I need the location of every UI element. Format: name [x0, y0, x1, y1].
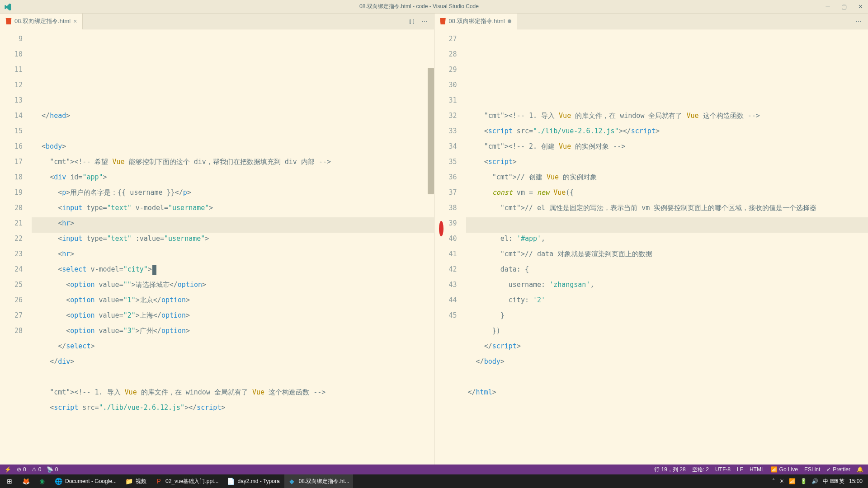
warnings-count[interactable]: ⚠ 0: [32, 466, 42, 473]
code-line[interactable]: "cmt">// 创建 Vue 的实例对象: [466, 169, 868, 185]
line-number: 45: [434, 308, 457, 323]
indentation[interactable]: 空格: 2: [692, 466, 709, 474]
errors-count[interactable]: ⊘ 0: [17, 466, 26, 473]
code-line[interactable]: [466, 369, 868, 385]
code-line[interactable]: [32, 123, 434, 139]
line-number: 28: [434, 47, 457, 62]
code-line[interactable]: const vm = new Vue({: [466, 185, 868, 200]
code-line[interactable]: <option value="2">上海</option>: [32, 308, 434, 323]
editor-pane-left[interactable]: 910111213141516171819202122232425262728 …: [0, 29, 434, 465]
taskbar-icon[interactable]: ◉: [34, 474, 50, 488]
tabs-row: 08.双向绑定指令.html × ⫿⫿ ⋯ 08.双向绑定指令.html ⋯: [0, 14, 868, 29]
line-number: 10: [0, 47, 23, 62]
tray-volume-icon[interactable]: 🔊: [811, 478, 818, 484]
code-line[interactable]: "cmt">// data 对象就是要渲染到页面上的数据: [466, 246, 868, 262]
line-number: 18: [0, 169, 23, 185]
tab-right-file[interactable]: 08.双向绑定指令.html: [434, 14, 517, 29]
code-line[interactable]: <body>: [32, 139, 434, 154]
tray-chevron-icon[interactable]: ˄: [772, 478, 775, 484]
code-line[interactable]: }: [466, 308, 868, 323]
maximize-button[interactable]: ▢: [840, 3, 848, 10]
line-number: 39: [434, 216, 457, 231]
code-line[interactable]: </div>: [32, 354, 434, 369]
line-number: 44: [434, 292, 457, 308]
line-number: 20: [0, 200, 23, 216]
tray-network-icon[interactable]: 📶: [789, 478, 796, 484]
editor-pane-right[interactable]: 27282930313233343536373839404142434445 "…: [434, 29, 868, 465]
close-icon[interactable]: ×: [73, 18, 77, 25]
code-line[interactable]: "cmt"><!-- 1. 导入 Vue 的库文件，在 window 全局就有了…: [466, 108, 868, 123]
code-line[interactable]: <hr>: [32, 246, 434, 262]
code-line[interactable]: </html>: [466, 385, 868, 400]
code-line[interactable]: [466, 216, 868, 231]
code-line[interactable]: "cmt"><!-- 希望 Vue 能够控制下面的这个 div，帮我们在把数据填…: [32, 154, 434, 169]
code-line[interactable]: <p>用户的名字是：{{ username }}</p>: [32, 185, 434, 200]
language-mode[interactable]: HTML: [750, 466, 764, 473]
line-number: 15: [0, 123, 23, 139]
tab-label: 08.双向绑定指令.html: [449, 17, 505, 25]
cursor-position[interactable]: 行 19，列 28: [654, 466, 685, 474]
taskbar-app-explorer[interactable]: 📁视频: [121, 474, 150, 488]
line-number: 19: [0, 185, 23, 200]
breakpoint-icon[interactable]: [439, 221, 443, 236]
close-button[interactable]: ✕: [856, 3, 864, 10]
text-cursor: [152, 265, 156, 275]
code-line[interactable]: username: 'zhangsan',: [466, 277, 868, 292]
ime-indicator[interactable]: 中 ⌨ 英: [823, 478, 844, 485]
code-area[interactable]: </head> <body> "cmt"><!-- 希望 Vue 能够控制下面的…: [32, 29, 434, 465]
code-line[interactable]: <option value="3">广州</option>: [32, 323, 434, 338]
code-line[interactable]: "cmt"><!-- 2. 创建 Vue 的实例对象 -->: [466, 139, 868, 154]
code-line[interactable]: <option value="1">北京</option>: [32, 292, 434, 308]
code-line[interactable]: <input type="text" :value="username">: [32, 231, 434, 246]
tray-battery-icon[interactable]: 🔋: [800, 478, 807, 484]
code-line[interactable]: </select>: [32, 338, 434, 354]
remote-indicator-icon[interactable]: ⚡: [5, 466, 11, 473]
line-number: 9: [0, 31, 23, 47]
line-number: 31: [434, 93, 457, 108]
tray-weather-icon[interactable]: ☀: [779, 478, 784, 484]
taskbar-app-powerpoint[interactable]: P02_vue基础入门.ppt...: [151, 474, 222, 488]
code-line[interactable]: <select v-model="city">: [32, 262, 434, 277]
code-line[interactable]: <input type="text" v-model="username">: [32, 200, 434, 216]
code-line[interactable]: }): [466, 323, 868, 338]
code-line[interactable]: data: {: [466, 262, 868, 277]
code-line[interactable]: "cmt"><!-- 1. 导入 Vue 的库文件，在 window 全局就有了…: [32, 385, 434, 400]
code-line[interactable]: <div id="app">: [32, 169, 434, 185]
line-number: 41: [434, 246, 457, 262]
html5-icon: [5, 18, 12, 24]
split-editor-icon[interactable]: ⫿⫿: [409, 18, 415, 25]
code-line[interactable]: <option value="">请选择城市</option>: [32, 277, 434, 292]
line-number: 27: [434, 31, 457, 47]
more-actions-icon[interactable]: ⋯: [855, 18, 862, 25]
taskbar-app-chrome[interactable]: 🌐Document - Google...: [51, 474, 120, 488]
tab-left-file[interactable]: 08.双向绑定指令.html ×: [0, 14, 83, 29]
code-line[interactable]: </script>: [466, 338, 868, 354]
line-number: 25: [0, 277, 23, 292]
ports-icon[interactable]: 📡 0: [47, 466, 58, 473]
prettier-status[interactable]: ✓ Prettier: [826, 466, 850, 473]
code-area[interactable]: "cmt"><!-- 1. 导入 Vue 的库文件，在 window 全局就有了…: [466, 29, 868, 465]
code-line[interactable]: "cmt">// el 属性是固定的写法，表示当前 vm 实例要控制页面上的哪个…: [466, 200, 868, 216]
go-live-button[interactable]: 📶 Go Live: [771, 466, 798, 473]
code-line[interactable]: <script src="./lib/vue-2.6.12.js"></scri…: [466, 123, 868, 139]
eol[interactable]: LF: [737, 466, 743, 473]
code-line[interactable]: </head>: [32, 108, 434, 123]
start-button[interactable]: ⊞: [2, 474, 17, 488]
code-line[interactable]: [32, 369, 434, 385]
code-line[interactable]: <script>: [466, 154, 868, 169]
taskbar-app-vscode[interactable]: ◆08.双向绑定指令.ht...: [284, 474, 353, 488]
minimize-button[interactable]: ─: [824, 3, 832, 10]
code-line[interactable]: </body>: [466, 354, 868, 369]
code-line[interactable]: city: '2': [466, 292, 868, 308]
code-line[interactable]: <hr>: [32, 216, 434, 231]
more-actions-icon[interactable]: ⋯: [421, 18, 428, 25]
clock[interactable]: 15:00: [849, 478, 863, 484]
encoding[interactable]: UTF-8: [715, 466, 731, 473]
taskbar-app-typora[interactable]: 📄day2.md - Typora: [223, 474, 283, 488]
eslint-status[interactable]: ESLint: [804, 466, 820, 473]
dirty-indicator-icon: [508, 19, 511, 23]
taskbar-icon[interactable]: 🦊: [18, 474, 33, 488]
notifications-icon[interactable]: 🔔: [857, 466, 863, 473]
code-line[interactable]: el: '#app',: [466, 231, 868, 246]
code-line[interactable]: <script src="./lib/vue-2.6.12.js"></scri…: [32, 400, 434, 415]
